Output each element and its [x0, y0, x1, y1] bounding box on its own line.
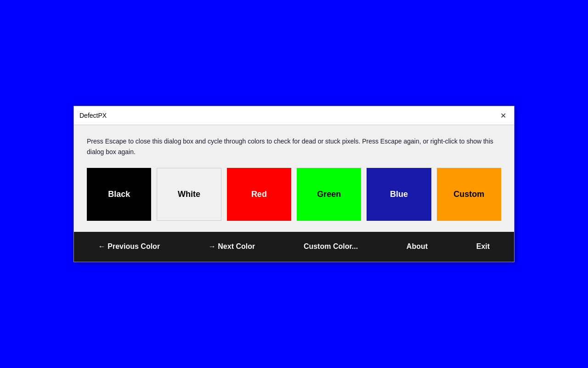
color-swatch-red[interactable]: Red	[227, 168, 291, 221]
footer-bar: ← Previous Color → Next Color Custom Col…	[74, 232, 514, 262]
dialog-title: DefectPX	[79, 112, 107, 119]
color-swatch-custom[interactable]: Custom	[437, 168, 501, 221]
color-swatch-black[interactable]: Black	[87, 168, 151, 221]
close-button[interactable]: ✕	[498, 110, 509, 121]
instructions-text: Press Escape to close this dialog box an…	[87, 136, 501, 157]
dialog-body: Press Escape to close this dialog box an…	[74, 125, 514, 232]
about-button[interactable]: About	[399, 233, 435, 260]
title-bar: DefectPX ✕	[74, 106, 514, 125]
color-grid: BlackWhiteRedGreenBlueCustom	[87, 168, 501, 221]
color-swatch-green[interactable]: Green	[297, 168, 361, 221]
next-color-button[interactable]: → Next Color	[201, 233, 262, 260]
prev-color-button[interactable]: ← Previous Color	[91, 233, 167, 260]
color-swatch-blue[interactable]: Blue	[367, 168, 431, 221]
exit-button[interactable]: Exit	[469, 233, 497, 260]
custom-color-button[interactable]: Custom Color...	[296, 233, 365, 260]
main-dialog: DefectPX ✕ Press Escape to close this di…	[74, 106, 514, 262]
color-swatch-white[interactable]: White	[157, 168, 221, 221]
